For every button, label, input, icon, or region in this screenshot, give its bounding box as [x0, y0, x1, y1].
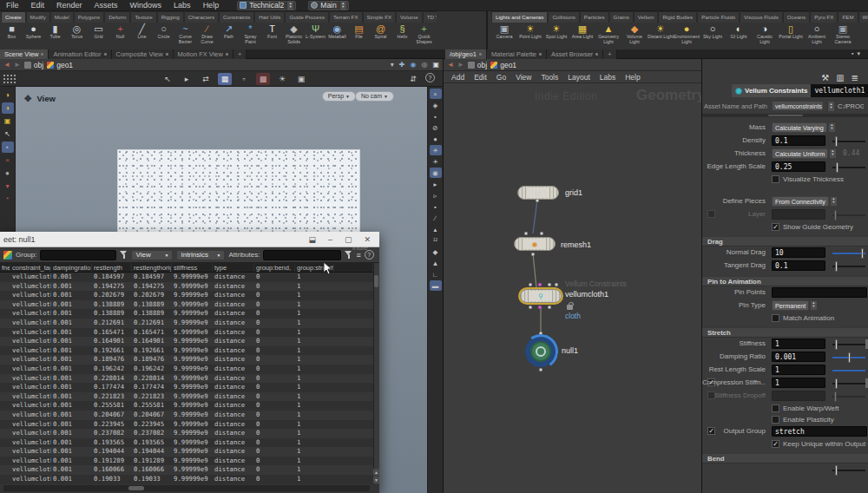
- lock-camera-icon[interactable]: ▪: [430, 111, 442, 122]
- normals-icon[interactable]: ∕: [430, 213, 442, 223]
- field-density[interactable]: 0.1: [772, 135, 825, 146]
- slider-track-density[interactable]: [832, 141, 865, 142]
- slider-track-sliderfrag[interactable]: [832, 470, 865, 471]
- dropdown-thickness[interactable]: Calculate Uniform: [772, 148, 828, 159]
- headlamp-icon[interactable]: ☀: [430, 156, 442, 167]
- network-menu-add[interactable]: Add: [447, 73, 469, 82]
- spreadsheet-vscrollbar[interactable]: [373, 263, 379, 484]
- table-row[interactable]: vellumcloth0.0010.1926610.1926619.99999e…: [0, 346, 373, 356]
- shelf-tab-vellum[interactable]: Vellum: [634, 11, 659, 23]
- geometry-mode-icon[interactable]: ▫: [237, 73, 251, 85]
- shelf-tab-viscous-fluids[interactable]: Viscous Fluids: [740, 11, 783, 23]
- slider-track-stiffness-dropoff[interactable]: [832, 396, 865, 398]
- path-geo-chip[interactable]: geo1: [47, 61, 73, 69]
- section-bend[interactable]: Bend: [702, 453, 868, 463]
- table-row[interactable]: vellumcloth0.0010.1600660.1600669.99999e…: [0, 465, 373, 475]
- dropdown-pin-type[interactable]: Permanent: [772, 300, 809, 311]
- shelf-tool-l-system[interactable]: ΨL-System: [305, 23, 326, 49]
- pane-tab-obj-geo1[interactable]: /obj/geo1: [445, 49, 487, 59]
- dynamics-mode-icon[interactable]: ▩: [256, 73, 270, 85]
- column-header-fne[interactable]: fne: [0, 263, 10, 272]
- table-row[interactable]: vellumcloth0.0010.1894760.1894769.99999e…: [0, 355, 373, 365]
- table-row[interactable]: vellumcloth0.0010.2280140.2280149.99999e…: [0, 374, 373, 384]
- checkbox-enable-plasticity[interactable]: [772, 416, 779, 424]
- shelf-tab-modify[interactable]: Modify: [26, 11, 50, 23]
- network-canvas[interactable]: Indie Edition Geometry ▭ grid1: [444, 83, 702, 493]
- shelf-tab-rigid-bodies[interactable]: Rigid Bodies: [658, 11, 697, 23]
- pin-handle-icon[interactable]: ▾: [2, 181, 14, 192]
- linked-icon[interactable]: ◎: [421, 61, 427, 69]
- shelf-tool-area-light[interactable]: ▦Area Light: [569, 23, 595, 49]
- prim-markers-icon[interactable]: ◆: [430, 246, 442, 257]
- menu-render[interactable]: Render: [50, 0, 89, 11]
- slider-handle-damping-ratio[interactable]: [848, 352, 851, 363]
- shelf-tab-constraints[interactable]: Constraints: [219, 11, 254, 23]
- section-drag[interactable]: Drag: [702, 236, 868, 246]
- vscrollbar-handle[interactable]: [374, 275, 378, 287]
- spinner-thickness[interactable]: ▲▼: [829, 148, 837, 159]
- attributes-input[interactable]: [263, 250, 341, 260]
- network-menu-tools[interactable]: Tools: [536, 73, 562, 82]
- headlight-icon[interactable]: ◑: [2, 102, 14, 114]
- shelf-tool-spot-light[interactable]: ☀Spot Light: [543, 23, 569, 49]
- net-forward-icon[interactable]: ►: [457, 59, 464, 71]
- shelf-tool-tube[interactable]: ▮Tube: [44, 23, 66, 49]
- slider-handle-density[interactable]: [835, 136, 838, 147]
- shelf-tab-deform[interactable]: Deform: [104, 11, 130, 23]
- table-row[interactable]: vellumcloth0.0010.1940440.1940449.99999e…: [0, 447, 373, 457]
- hscrollbar-handle[interactable]: [128, 486, 144, 490]
- tab-menu-dot[interactable]: [166, 53, 168, 56]
- forward-icon[interactable]: ►: [14, 59, 21, 71]
- tools-icon[interactable]: ⚒: [821, 73, 829, 82]
- shelf-tool-helix[interactable]: §Helix: [391, 23, 413, 49]
- column-header-dampingratio[interactable]: dampingratio: [51, 263, 92, 272]
- table-row[interactable]: vellumcloth0.0010.2026790.2026799.99999e…: [0, 291, 373, 300]
- point-markers-icon[interactable]: ▴: [430, 224, 442, 234]
- slider-handle-edge-length-scale[interactable]: [836, 162, 838, 173]
- node-vellumcloth1[interactable]: ⚲: [520, 289, 562, 303]
- table-row[interactable]: vellumcloth0.0010.2040670.2040679.99999e…: [0, 411, 373, 420]
- pane-grid-icon[interactable]: [2, 73, 16, 84]
- asset-dropdown[interactable]: vellumconstraints: [772, 101, 824, 111]
- persp-button[interactable]: Persp▼: [322, 91, 356, 102]
- cloth-geometry[interactable]: [117, 149, 360, 233]
- origin-axes-icon[interactable]: ∟: [430, 269, 442, 279]
- network-menu-edit[interactable]: Edit: [470, 73, 491, 82]
- menu-labs[interactable]: Labs: [168, 0, 197, 11]
- slider-track-rest-length-scale[interactable]: [832, 370, 865, 371]
- shelf-tab-wires[interactable]: Wires: [858, 11, 868, 23]
- menu-assets[interactable]: Assets: [89, 0, 124, 11]
- minimize-icon[interactable]: –: [328, 235, 332, 244]
- spinner-pin-type[interactable]: ▲▼: [810, 300, 818, 311]
- field-rest-length-scale[interactable]: 1: [772, 365, 825, 375]
- menu-edit[interactable]: Edit: [25, 0, 51, 11]
- table-row[interactable]: vellumcloth0.0010.1962420.1962429.99999e…: [0, 365, 373, 374]
- shelf-tab-particle-fluids[interactable]: Particle Fluids: [697, 11, 740, 23]
- shelf-tool-sphere[interactable]: ●Sphere: [23, 23, 44, 49]
- shelf-tab-polygons[interactable]: Polygons: [74, 11, 104, 23]
- slider-handle-sliderfrag[interactable]: [835, 465, 838, 476]
- shelf-tab-hair-utils[interactable]: Hair Utils: [254, 11, 285, 23]
- slider-handle-stiffness[interactable]: [835, 339, 838, 350]
- column-header-group-bend[interactable]: group:bend,: [254, 263, 295, 272]
- table-row[interactable]: vellumcloth0.0010.2555810.2555819.99999e…: [0, 401, 373, 411]
- table-row[interactable]: vellumcloth0.0010.1388890.1388899.99999e…: [0, 309, 373, 319]
- handles-icon[interactable]: ▸: [180, 73, 194, 85]
- network-menu-help[interactable]: Help: [621, 73, 644, 82]
- network-menu-go[interactable]: Go: [492, 73, 510, 82]
- column-header-restlength[interactable]: restlength: [92, 263, 132, 272]
- shelf-tab-model[interactable]: Model: [50, 11, 74, 23]
- checkbox-visualize-thickness[interactable]: [772, 175, 779, 183]
- pane-tab-animation-editor[interactable]: Animation Editor: [49, 49, 111, 59]
- shelf-tool-draw-curve[interactable]: ∕Draw Curve: [196, 23, 218, 49]
- tab-menu-dot[interactable]: [104, 53, 107, 56]
- column-header-constraint-tag[interactable]: constraint_tag: [10, 263, 51, 272]
- vscroll-up-button[interactable]: ▲: [373, 469, 379, 476]
- shelf-tool-circle[interactable]: ○Circle: [153, 23, 174, 49]
- shelf-tool-ambient-light[interactable]: ○Ambient Light: [804, 23, 830, 49]
- pane-tab-[interactable]: +: [233, 49, 247, 59]
- visibility-icon[interactable]: ×: [2, 154, 14, 166]
- flat-shade-icon[interactable]: ▹: [430, 190, 442, 200]
- slider-handle-layer[interactable]: [834, 210, 837, 220]
- table-row[interactable]: vellumcloth0.0010.1388890.1388899.99999e…: [0, 300, 373, 310]
